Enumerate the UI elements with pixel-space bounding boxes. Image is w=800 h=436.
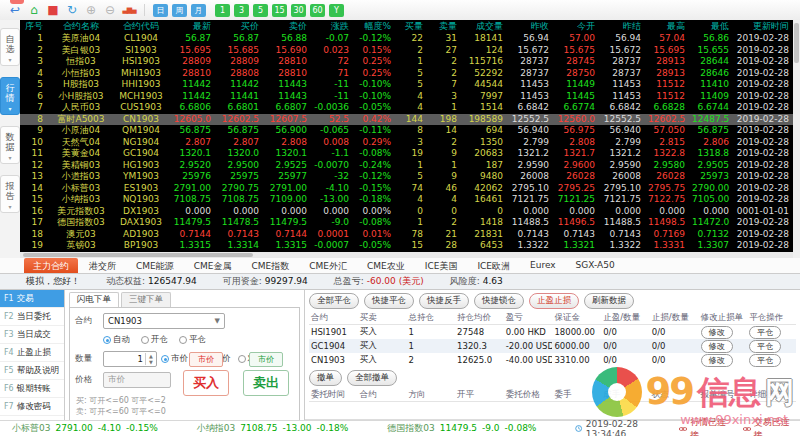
orders-button-1[interactable]: 全部撤单 bbox=[347, 370, 397, 386]
period-button-1[interactable]: 1 bbox=[215, 4, 230, 17]
column-header-name[interactable]: 合约名称 bbox=[50, 20, 112, 33]
sidebar-tab-1[interactable]: 行情▾ bbox=[0, 77, 20, 115]
quote-row[interactable]: 8富时A5003CN190312605.012602.512607.552.50… bbox=[20, 114, 793, 126]
menu-item-f1[interactable]: F1交易 bbox=[0, 290, 64, 308]
market-tab-8[interactable]: ICE欧洲 bbox=[468, 258, 519, 273]
period-button-30[interactable]: 30 bbox=[291, 4, 306, 17]
quote-row[interactable]: 3恒指03HSI1903288092880928810720.25%121157… bbox=[20, 56, 793, 68]
modify-button[interactable]: 修改 bbox=[701, 326, 733, 339]
positions-toolbar-button-4[interactable]: 止盈止损 bbox=[529, 293, 579, 309]
modify-button[interactable]: 修改 bbox=[701, 354, 733, 367]
quote-row[interactable]: 1美原油04CL190456.8756.8756.88-0.07-0.12%22… bbox=[20, 33, 793, 45]
market-tab-1[interactable]: 港交所 bbox=[80, 258, 125, 273]
positions-toolbar-button-5[interactable]: 刷新数据 bbox=[584, 293, 634, 309]
column-header-low[interactable]: 最低 bbox=[692, 20, 736, 33]
quote-row[interactable]: 10天然气04NG19042.8072.8072.8080.0080.29%32… bbox=[20, 137, 793, 149]
column-header-volume[interactable]: 成交量 bbox=[464, 20, 510, 33]
vertical-scrollbar[interactable] bbox=[793, 20, 800, 258]
modify-button[interactable]: 修改 bbox=[701, 340, 733, 353]
market-tab-10[interactable]: SGX-A50 bbox=[567, 258, 624, 273]
sidebar-tab-0[interactable]: 自选▾ bbox=[0, 28, 20, 66]
quantity-stepper[interactable]: 1 ▲▼ bbox=[103, 351, 157, 367]
vertical-scrollbar-thumb[interactable] bbox=[794, 23, 799, 63]
quote-row[interactable]: 15小纳指03NQ19037108.757108.757109.00-13.00… bbox=[20, 194, 793, 206]
back-icon[interactable]: ↩ bbox=[8, 3, 22, 17]
radio-position-mode-1[interactable]: 开仓 bbox=[141, 334, 168, 346]
positions-toolbar-button-0[interactable]: 全部平仓 bbox=[309, 293, 359, 309]
buy-price-mode-button[interactable]: 市价 bbox=[189, 352, 223, 367]
close-position-button[interactable]: 平仓 bbox=[749, 340, 781, 353]
column-header-open[interactable]: 今开 bbox=[556, 20, 602, 33]
column-header-code[interactable]: 合约代码 bbox=[112, 20, 170, 33]
column-header-prev-settle[interactable]: 昨结 bbox=[602, 20, 648, 33]
quote-row[interactable]: 7人民币03CUS19036.68066.68016.6807-0.0036-0… bbox=[20, 102, 793, 114]
quote-row[interactable]: 12美精铜03HG19032.95202.95002.9525-0.0070-0… bbox=[20, 160, 793, 172]
period-button-15[interactable]: 15 bbox=[272, 4, 287, 17]
column-header-bid-vol[interactable]: 买量 bbox=[398, 20, 430, 33]
buy-button[interactable]: 买入 bbox=[183, 370, 229, 396]
period-button-5[interactable]: 5 bbox=[253, 4, 268, 17]
period-button-3[interactable]: 3 bbox=[234, 4, 249, 17]
quote-row[interactable]: 6小H股指03MCH1903114421144111443-11-0.10%43… bbox=[20, 91, 793, 103]
column-header-last[interactable]: 最新 bbox=[170, 20, 218, 33]
menu-item-f2[interactable]: F2当日委托 bbox=[0, 308, 64, 326]
sidebar-tab-2[interactable]: 数据▾ bbox=[0, 126, 20, 164]
menu-item-f7[interactable]: F7修改密码 bbox=[0, 398, 64, 416]
period-button-日[interactable]: 日 bbox=[153, 4, 168, 17]
quote-row[interactable]: 2美白银03SI190315.69515.68515.6900.0230.15%… bbox=[20, 45, 793, 57]
column-header-index[interactable]: 序号 bbox=[20, 20, 50, 33]
stepper-arrows-icon[interactable]: ▲▼ bbox=[145, 353, 156, 365]
orders-button-0[interactable]: 撤单 bbox=[309, 370, 342, 386]
sell-button[interactable]: 卖出 bbox=[243, 370, 289, 396]
market-tab-4[interactable]: CME指数 bbox=[243, 258, 299, 273]
period-button-月[interactable]: 月 bbox=[191, 4, 206, 17]
price-input[interactable]: 市价 bbox=[103, 372, 171, 388]
zoom-out-icon[interactable]: ⊖ bbox=[103, 3, 117, 17]
market-tab-9[interactable]: Eurex bbox=[521, 258, 565, 273]
sidebar-tab-3[interactable]: 报告▾ bbox=[0, 175, 20, 213]
menu-item-f4[interactable]: F4止盈止损 bbox=[0, 344, 64, 362]
horizontal-scrollbar-thumb[interactable] bbox=[23, 253, 253, 257]
market-tab-2[interactable]: CME能源 bbox=[127, 258, 183, 273]
quote-row[interactable]: 5H股指03HHI1903114421144211443-11-0.10%574… bbox=[20, 79, 793, 91]
menu-item-f6[interactable]: F6银期转账 bbox=[0, 380, 64, 398]
position-row[interactable]: HSI1901买入1275480.00 HKD18000.000/00/0修改平… bbox=[309, 325, 796, 340]
refresh-icon[interactable]: ↻ bbox=[65, 3, 79, 17]
quote-row[interactable]: 19英镑03BP19031.33151.33141.3315-0.0007-0.… bbox=[20, 240, 793, 252]
market-tab-5[interactable]: CME外汇 bbox=[300, 258, 356, 273]
column-header-change[interactable]: 涨跌 bbox=[314, 20, 356, 33]
order-tab-1[interactable]: 三键下单 bbox=[121, 292, 171, 307]
order-tab-0[interactable]: 闪电下单 bbox=[69, 292, 119, 307]
quote-row[interactable]: 9小原油04QM190456.87556.87556.900-0.065-0.1… bbox=[20, 125, 793, 137]
market-tab-0[interactable]: 主力合约 bbox=[24, 258, 78, 273]
quote-row[interactable]: 17德国指数03DAX190311479.511478.511479.5-9.0… bbox=[20, 217, 793, 229]
contract-select[interactable]: CN1903 ▼ bbox=[103, 313, 225, 329]
quote-row[interactable]: 14小标普03ES19032791.002790.752791.00-4.10-… bbox=[20, 183, 793, 195]
column-header-ask[interactable]: 卖价 bbox=[266, 20, 314, 33]
position-row[interactable]: GC1904买入11320.3-20.00 USD6000.000/00/0修改… bbox=[309, 339, 796, 353]
home-icon[interactable]: ⌂ bbox=[27, 3, 41, 17]
quote-row[interactable]: 16美元指数03DX19030.0000.0000.0000.0000.00%0… bbox=[20, 206, 793, 218]
period-button-周[interactable]: 周 bbox=[172, 4, 187, 17]
market-tab-7[interactable]: ICE美国 bbox=[416, 258, 467, 273]
quote-row[interactable]: 13小道指03YM1903259762597525977-32-0.12%599… bbox=[20, 171, 793, 183]
column-header-ask-vol[interactable]: 卖量 bbox=[430, 20, 464, 33]
close-position-button[interactable]: 平仓 bbox=[749, 354, 781, 367]
radio-position-mode-2[interactable]: 平仓 bbox=[179, 334, 206, 346]
quote-row[interactable]: 11美黄金04GC19041320.11320.01320.1-1.1-0.08… bbox=[20, 148, 793, 160]
quote-row[interactable]: 18澳元03AD19030.71440.71430.71440.00010.01… bbox=[20, 229, 793, 241]
column-header-change-pct[interactable]: 幅度% bbox=[356, 20, 398, 33]
menu-item-f5[interactable]: F5帮助及说明 bbox=[0, 362, 64, 380]
chart-icon[interactable]: ▃▆▄ bbox=[122, 3, 136, 17]
stop-icon[interactable]: ■ bbox=[46, 3, 60, 17]
market-tab-6[interactable]: CME农业 bbox=[358, 258, 414, 273]
horizontal-scrollbar[interactable] bbox=[20, 252, 793, 258]
sell-price-mode-button[interactable]: 市价 bbox=[249, 352, 283, 367]
close-position-button[interactable]: 平仓 bbox=[749, 326, 781, 339]
period-button-60[interactable]: 60 bbox=[310, 4, 325, 17]
period-button-Y[interactable]: Y bbox=[329, 4, 344, 17]
column-header-prev-close[interactable]: 昨收 bbox=[510, 20, 556, 33]
position-row[interactable]: CN1903买入212625.0-40.00 USD3310.000/00/0修… bbox=[309, 353, 796, 367]
positions-toolbar-button-1[interactable]: 快捷平仓 bbox=[364, 293, 414, 309]
positions-toolbar-button-2[interactable]: 快捷反手 bbox=[419, 293, 469, 309]
